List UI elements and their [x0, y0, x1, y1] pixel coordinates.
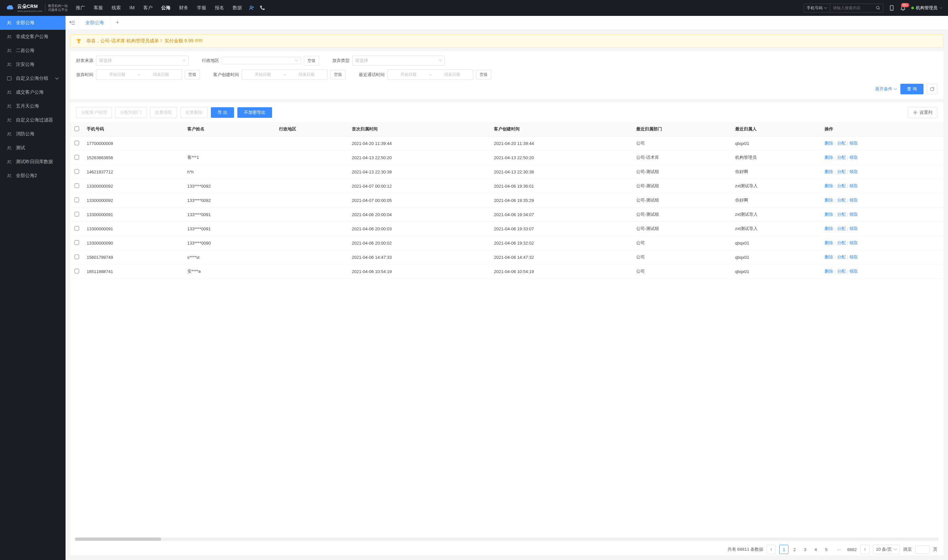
- row-assign-link[interactable]: 分配: [837, 197, 846, 203]
- last-page-button[interactable]: 6882: [847, 545, 857, 554]
- row-claim-link[interactable]: 领取: [850, 183, 858, 189]
- expand-filters-link[interactable]: 展开条件: [875, 86, 897, 92]
- sidebar-item-4[interactable]: 自定义公海分组: [0, 71, 66, 85]
- row-delete-link[interactable]: 删除: [825, 155, 833, 160]
- set-columns-button[interactable]: 设置列: [908, 107, 937, 118]
- row-checkbox[interactable]: [74, 169, 79, 174]
- row-checkbox[interactable]: [74, 240, 79, 245]
- call-time-null-button[interactable]: 空值: [476, 70, 491, 79]
- create-time-range[interactable]: 开始日期~结束日期: [242, 69, 328, 80]
- page-1[interactable]: 1: [779, 545, 788, 554]
- nav-item-0[interactable]: 推广: [76, 5, 85, 11]
- tab-all-public[interactable]: 全部公海: [79, 16, 111, 29]
- row-assign-link[interactable]: 分配: [837, 240, 846, 246]
- batch-claim-button[interactable]: 批量领取: [150, 107, 177, 118]
- row-assign-link[interactable]: 分配: [837, 268, 846, 274]
- row-checkbox[interactable]: [74, 226, 79, 231]
- search-type-select[interactable]: 手机号码: [804, 4, 830, 12]
- page-ellipsis[interactable]: ···: [834, 545, 843, 554]
- page-4[interactable]: 4: [811, 545, 820, 554]
- row-assign-link[interactable]: 分配: [837, 140, 846, 146]
- sidebar-item-0[interactable]: 全部公海: [0, 16, 66, 30]
- friend-source-select[interactable]: 请选择: [96, 55, 189, 66]
- row-checkbox[interactable]: [74, 269, 79, 273]
- row-claim-link[interactable]: 领取: [850, 240, 858, 246]
- row-checkbox[interactable]: [74, 183, 79, 188]
- nav-item-1[interactable]: 客服: [94, 5, 103, 11]
- call-time-range[interactable]: 开始日期~结束日期: [387, 69, 473, 80]
- row-checkbox[interactable]: [74, 141, 79, 145]
- row-checkbox[interactable]: [74, 254, 79, 259]
- page-2[interactable]: 2: [790, 545, 799, 554]
- page-5[interactable]: 5: [822, 545, 831, 554]
- phone-icon[interactable]: [259, 5, 265, 11]
- row-assign-link[interactable]: 分配: [837, 183, 846, 189]
- jump-page-input[interactable]: [915, 545, 930, 554]
- nav-item-2[interactable]: 线索: [112, 5, 121, 11]
- export-button[interactable]: 导 出: [211, 107, 234, 118]
- row-assign-link[interactable]: 分配: [837, 155, 846, 160]
- mobile-icon[interactable]: [889, 5, 895, 11]
- nav-item-7[interactable]: 学服: [197, 5, 206, 11]
- nav-item-5[interactable]: 公海: [161, 5, 171, 11]
- sidebar-item-11[interactable]: 全部公海2: [0, 169, 66, 183]
- prev-page-button[interactable]: [766, 545, 776, 554]
- sidebar-item-2[interactable]: 二咨公海: [0, 44, 66, 58]
- nav-item-9[interactable]: 数据: [233, 5, 242, 11]
- query-button[interactable]: 查 询: [900, 84, 923, 94]
- row-delete-link[interactable]: 删除: [825, 268, 833, 274]
- row-claim-link[interactable]: 领取: [850, 140, 858, 146]
- page-3[interactable]: 3: [800, 545, 809, 554]
- row-delete-link[interactable]: 删除: [825, 169, 833, 175]
- nav-item-3[interactable]: IM: [129, 5, 135, 11]
- sidebar-item-9[interactable]: 测试: [0, 141, 66, 155]
- user-menu[interactable]: 机构管理员: [911, 5, 943, 11]
- sidebar-item-1[interactable]: 非成交客户公海: [0, 30, 66, 44]
- nav-item-6[interactable]: 财务: [179, 5, 188, 11]
- row-assign-link[interactable]: 分配: [837, 226, 846, 232]
- row-delete-link[interactable]: 删除: [825, 254, 833, 260]
- logo[interactable]: 云朵CRM www.yunduocrm.com 教育机构一站式服务云平台: [5, 4, 68, 12]
- page-size-select[interactable]: 10 条/页: [873, 545, 900, 554]
- sidebar-item-6[interactable]: 五月天公海: [0, 99, 66, 113]
- abandon-time-range[interactable]: 开始日期~结束日期: [96, 69, 182, 80]
- row-delete-link[interactable]: 删除: [825, 183, 833, 189]
- assign-dept-button[interactable]: 分配到部门: [115, 107, 147, 118]
- row-delete-link[interactable]: 删除: [825, 226, 833, 232]
- notification-button[interactable]: 99+: [900, 5, 906, 11]
- abandon-type-select[interactable]: 请选择: [352, 55, 445, 66]
- row-claim-link[interactable]: 领取: [850, 254, 858, 260]
- row-delete-link[interactable]: 删除: [825, 140, 833, 146]
- nav-item-4[interactable]: 客户: [143, 5, 152, 11]
- search-input[interactable]: [830, 4, 873, 12]
- select-all-checkbox[interactable]: [74, 126, 79, 131]
- tabs-collapse-button[interactable]: [66, 16, 79, 29]
- sidebar-item-7[interactable]: 自定义公海过滤器: [0, 113, 66, 127]
- region-null-button[interactable]: 空值: [304, 56, 319, 66]
- sidebar-item-3[interactable]: 注安公海: [0, 58, 66, 71]
- row-delete-link[interactable]: 删除: [825, 197, 833, 203]
- sidebar-item-8[interactable]: 消防公海: [0, 127, 66, 141]
- assign-manager-button[interactable]: 分配客户经理: [76, 107, 112, 118]
- row-claim-link[interactable]: 领取: [850, 268, 858, 274]
- next-page-button[interactable]: [860, 545, 870, 554]
- reset-button[interactable]: [927, 84, 937, 94]
- row-assign-link[interactable]: 分配: [837, 169, 846, 175]
- row-claim-link[interactable]: 领取: [850, 211, 858, 217]
- row-delete-link[interactable]: 删除: [825, 240, 833, 246]
- abandon-time-null-button[interactable]: 空值: [185, 70, 200, 79]
- sidebar-item-10[interactable]: 测试昨日回库数据: [0, 155, 66, 169]
- nav-item-8[interactable]: 报名: [215, 5, 224, 11]
- row-checkbox[interactable]: [74, 155, 79, 160]
- export-plain-button[interactable]: 不加密导出: [237, 107, 272, 118]
- region-select[interactable]: [222, 57, 301, 64]
- tab-add-button[interactable]: +: [111, 16, 124, 29]
- row-assign-link[interactable]: 分配: [837, 254, 846, 260]
- row-claim-link[interactable]: 领取: [850, 226, 858, 232]
- row-claim-link[interactable]: 领取: [850, 197, 858, 203]
- horizontal-scrollbar[interactable]: [75, 537, 939, 541]
- create-time-null-button[interactable]: 空值: [330, 70, 346, 79]
- row-assign-link[interactable]: 分配: [837, 211, 846, 217]
- add-user-icon[interactable]: [249, 5, 254, 11]
- sidebar-item-5[interactable]: 成交客户公海: [0, 85, 66, 99]
